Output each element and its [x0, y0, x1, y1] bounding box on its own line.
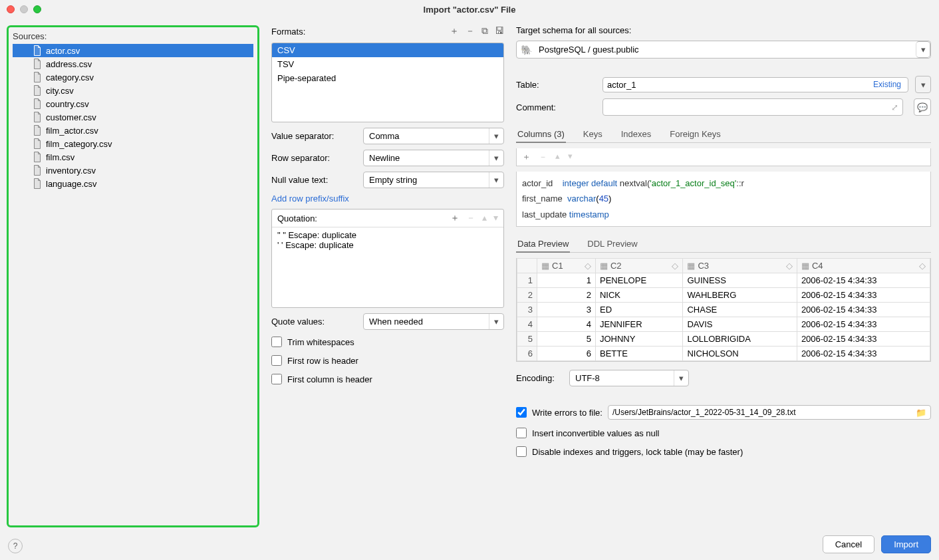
table-row[interactable]: 33EDCHASE2006-02-15 4:34:33 [517, 303, 930, 317]
remove-format-icon[interactable]: － [466, 25, 475, 37]
source-item[interactable]: film.csv [13, 150, 253, 164]
first-row-header-checkbox[interactable] [271, 355, 282, 366]
file-icon [33, 72, 42, 82]
source-item[interactable]: film_category.csv [13, 137, 253, 150]
add-prefix-suffix-link[interactable]: Add row prefix/suffix [271, 194, 504, 204]
import-button[interactable]: Import [881, 535, 931, 553]
remove-column-icon[interactable]: － [539, 151, 547, 163]
down-column-icon[interactable]: ▾ [568, 151, 573, 163]
chevron-down-icon[interactable]: ▾ [489, 172, 503, 188]
chevron-down-icon[interactable]: ▾ [674, 370, 688, 386]
table-dropdown-button[interactable]: ▾ [915, 76, 931, 93]
source-item[interactable]: film_actor.csv [13, 124, 253, 137]
preview-header[interactable]: ▦C1◇ [537, 259, 596, 273]
table-row[interactable]: 55JOHNNYLOLLOBRIGIDA2006-02-15 4:34:33 [517, 332, 930, 347]
columns-definition[interactable]: actor_id integer default nextval('actor_… [516, 172, 931, 227]
sources-list[interactable]: actor.csvaddress.csvcategory.csvcity.csv… [13, 44, 253, 521]
value-separator-label: Value separator: [271, 131, 358, 141]
null-text-combo[interactable]: Empty string ▾ [363, 172, 504, 188]
table-row[interactable]: 11PENELOPEGUINESS2006-02-15 4:34:33 [517, 273, 930, 288]
source-item[interactable]: inventory.csv [13, 164, 253, 177]
value-separator-combo[interactable]: Comma ▾ [363, 128, 504, 144]
row-separator-combo[interactable]: Newline ▾ [363, 150, 504, 166]
add-column-icon[interactable]: ＋ [522, 151, 531, 163]
source-item[interactable]: customer.csv [13, 110, 253, 124]
column-def-row[interactable]: first_name varchar(45) [522, 191, 925, 206]
file-icon [33, 178, 42, 189]
file-icon [33, 98, 42, 109]
quote-values-label: Quote values: [271, 317, 358, 327]
table-row[interactable]: 22NICKWAHLBERG2006-02-15 4:34:33 [517, 288, 930, 303]
comment-input[interactable]: ⤢ [603, 98, 903, 116]
write-errors-checkbox[interactable] [516, 407, 527, 418]
formats-panel: Formats: ＋ － ⧉ 🖫 CSVTSVPipe-separated Va… [271, 25, 504, 527]
source-item[interactable]: address.csv [13, 57, 253, 70]
format-item[interactable]: Pipe-separated [272, 71, 503, 85]
quotation-item[interactable]: " " Escape: duplicate [277, 230, 498, 240]
row-separator-label: Row separator: [271, 153, 358, 163]
help-button[interactable]: ? [8, 539, 23, 553]
chevron-down-icon[interactable]: ▾ [489, 314, 503, 329]
down-quotation-icon[interactable]: ▾ [493, 212, 498, 224]
existing-badge: Existing [873, 80, 901, 89]
chevron-down-icon[interactable]: ▾ [916, 41, 930, 58]
formats-label: Formats: [271, 27, 305, 37]
preview-header[interactable]: ▦C4◇ [797, 259, 930, 273]
first-col-header-checkbox[interactable] [271, 374, 282, 384]
copy-format-icon[interactable]: ⧉ [481, 25, 488, 37]
target-schema-label: Target schema for all sources: [516, 25, 931, 35]
tab-data-preview[interactable]: Data Preview [516, 236, 570, 253]
disable-indexes-checkbox[interactable] [516, 446, 527, 457]
trim-whitespace-checkbox[interactable] [271, 337, 282, 347]
formats-list[interactable]: CSVTSVPipe-separated [271, 43, 504, 122]
column-def-row[interactable]: actor_id integer default nextval('actor_… [522, 176, 925, 191]
cancel-button[interactable]: Cancel [823, 535, 874, 553]
table-row[interactable]: 66BETTENICHOLSON2006-02-15 4:34:33 [517, 347, 930, 361]
quotation-item[interactable]: ' ' Escape: duplicate [277, 240, 498, 250]
save-format-icon[interactable]: 🖫 [495, 25, 504, 37]
window-title: Import "actor.csv" File [0, 5, 939, 15]
columns-toolbar: ＋ － ▴ ▾ [516, 148, 931, 166]
postgresql-icon: 🐘 [521, 45, 532, 55]
remove-quotation-icon[interactable]: － [466, 212, 475, 224]
tab-columns[interactable]: Columns (3) [516, 126, 566, 143]
tab-indexes[interactable]: Indexes [620, 126, 653, 142]
quotation-list[interactable]: " " Escape: duplicate' ' Escape: duplica… [272, 227, 503, 307]
format-item[interactable]: CSV [272, 43, 503, 57]
source-item[interactable]: city.csv [13, 84, 253, 97]
table-name-input[interactable]: Existing [603, 77, 908, 92]
quote-values-combo[interactable]: When needed ▾ [363, 313, 504, 330]
comment-label: Comment: [516, 102, 596, 112]
source-item[interactable]: language.csv [13, 177, 253, 190]
up-column-icon[interactable]: ▴ [555, 151, 560, 163]
file-icon [33, 165, 42, 176]
target-schema-combo[interactable]: 🐘 PostgreSQL / guest.public ▾ [516, 41, 931, 59]
source-item[interactable]: actor.csv [13, 44, 253, 57]
preview-header[interactable]: ▦C2◇ [595, 259, 682, 273]
preview-header[interactable]: ▦C3◇ [683, 259, 797, 273]
add-quotation-icon[interactable]: ＋ [450, 212, 460, 224]
file-icon [33, 112, 42, 122]
column-def-row[interactable]: last_update timestamp [522, 207, 925, 222]
format-item[interactable]: TSV [272, 57, 503, 71]
comment-speech-button[interactable]: 💬 [914, 98, 931, 116]
target-panel: Target schema for all sources: 🐘 Postgre… [516, 25, 931, 527]
insert-null-checkbox[interactable] [516, 428, 527, 438]
chevron-down-icon[interactable]: ▾ [489, 150, 503, 166]
table-label: Table: [516, 80, 596, 90]
chevron-down-icon[interactable]: ▾ [489, 128, 503, 144]
encoding-combo[interactable]: UTF-8 ▾ [569, 370, 689, 386]
up-quotation-icon[interactable]: ▴ [482, 212, 487, 224]
file-icon [33, 59, 42, 69]
file-icon [33, 125, 42, 136]
tab-foreign-keys[interactable]: Foreign Keys [668, 126, 722, 142]
tab-keys[interactable]: Keys [582, 126, 604, 142]
add-format-icon[interactable]: ＋ [450, 25, 459, 37]
tab-ddl-preview[interactable]: DDL Preview [586, 236, 638, 252]
write-errors-path-input[interactable]: 📁 [608, 405, 931, 420]
table-row[interactable]: 44JENNIFERDAVIS2006-02-15 4:34:33 [517, 317, 930, 332]
source-item[interactable]: country.csv [13, 97, 253, 110]
expand-icon[interactable]: ⤢ [891, 102, 898, 112]
source-item[interactable]: category.csv [13, 70, 253, 84]
folder-icon[interactable]: 📁 [916, 408, 926, 418]
